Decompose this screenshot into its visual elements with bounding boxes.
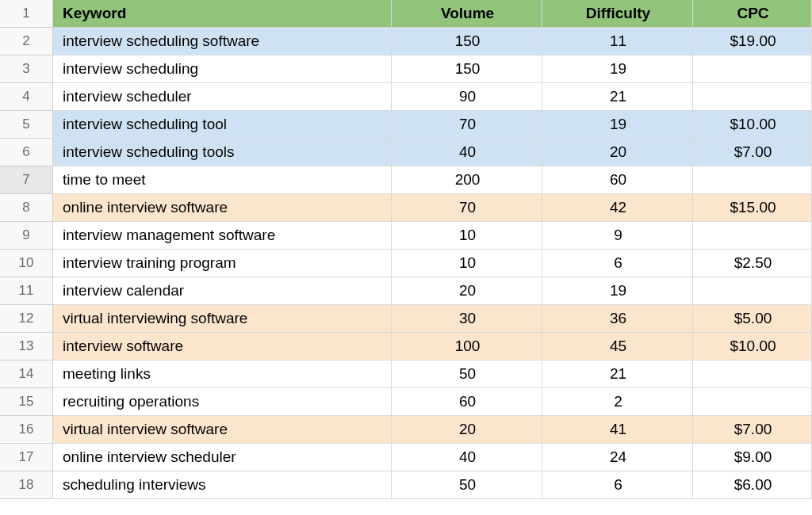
cell-volume[interactable]: 70 xyxy=(392,111,542,139)
cell-difficulty[interactable]: 9 xyxy=(542,222,693,250)
row-number[interactable]: 9 xyxy=(0,222,53,250)
cell-keyword[interactable]: time to meet xyxy=(53,166,392,194)
row-number[interactable]: 2 xyxy=(0,28,53,55)
row-number[interactable]: 15 xyxy=(0,388,53,416)
cell-volume[interactable]: 20 xyxy=(392,416,542,444)
cell-difficulty[interactable]: 36 xyxy=(542,305,693,333)
cell-difficulty[interactable]: 42 xyxy=(542,194,693,222)
column-header-difficulty[interactable]: Difficulty xyxy=(542,0,693,28)
cell-volume[interactable]: 200 xyxy=(392,166,542,194)
cell-keyword[interactable]: interview scheduler xyxy=(53,83,392,111)
cell-cpc[interactable] xyxy=(693,360,812,388)
cell-keyword[interactable]: interview calendar xyxy=(53,277,392,305)
cell-difficulty[interactable]: 2 xyxy=(542,388,693,416)
cell-keyword[interactable]: interview management software xyxy=(53,222,392,250)
cell-cpc[interactable]: $15.00 xyxy=(693,194,812,222)
cell-volume[interactable]: 30 xyxy=(392,305,542,333)
column-header-volume[interactable]: Volume xyxy=(392,0,542,28)
cell-cpc[interactable]: $2.50 xyxy=(693,250,812,277)
cell-keyword[interactable]: online interview scheduler xyxy=(53,444,392,471)
row-number[interactable]: 14 xyxy=(0,360,53,388)
cell-difficulty[interactable]: 20 xyxy=(542,139,693,166)
cell-cpc[interactable] xyxy=(693,388,812,416)
row-number[interactable]: 3 xyxy=(0,55,53,83)
cell-difficulty[interactable]: 45 xyxy=(542,333,693,360)
cell-volume[interactable]: 150 xyxy=(392,55,542,83)
cell-cpc[interactable] xyxy=(693,222,812,250)
cell-keyword[interactable]: meeting links xyxy=(53,360,392,388)
cell-keyword[interactable]: interview scheduling software xyxy=(53,28,392,55)
cell-difficulty[interactable]: 21 xyxy=(542,83,693,111)
row-number[interactable]: 4 xyxy=(0,83,53,111)
cell-difficulty[interactable]: 6 xyxy=(542,250,693,277)
cell-difficulty[interactable]: 21 xyxy=(542,360,693,388)
cell-volume[interactable]: 150 xyxy=(392,28,542,55)
cell-difficulty[interactable]: 19 xyxy=(542,277,693,305)
cell-keyword[interactable]: interview software xyxy=(53,333,392,360)
row-number[interactable]: 10 xyxy=(0,250,53,277)
row-number[interactable]: 17 xyxy=(0,444,53,471)
cell-cpc[interactable]: $5.00 xyxy=(693,305,812,333)
column-header-keyword[interactable]: Keyword xyxy=(53,0,392,28)
cell-difficulty[interactable]: 60 xyxy=(542,166,693,194)
cell-keyword[interactable]: virtual interview software xyxy=(53,416,392,444)
cell-cpc[interactable]: $10.00 xyxy=(693,333,812,360)
cell-volume[interactable]: 50 xyxy=(392,471,542,499)
cell-difficulty[interactable]: 11 xyxy=(542,28,693,55)
row-number[interactable]: 13 xyxy=(0,333,53,360)
cell-cpc[interactable]: $6.00 xyxy=(693,471,812,499)
cell-difficulty[interactable]: 6 xyxy=(542,471,693,499)
spreadsheet[interactable]: 1 Keyword Volume Difficulty CPC 2intervi… xyxy=(0,0,812,499)
cell-difficulty[interactable]: 19 xyxy=(542,111,693,139)
row-number[interactable]: 1 xyxy=(0,0,53,28)
cell-volume[interactable]: 10 xyxy=(392,250,542,277)
cell-difficulty[interactable]: 41 xyxy=(542,416,693,444)
cell-cpc[interactable] xyxy=(693,166,812,194)
row-number[interactable]: 16 xyxy=(0,416,53,444)
cell-keyword[interactable]: interview scheduling tools xyxy=(53,139,392,166)
cell-cpc[interactable]: $10.00 xyxy=(693,111,812,139)
cell-keyword[interactable]: recruiting operations xyxy=(53,388,392,416)
column-header-cpc[interactable]: CPC xyxy=(693,0,812,28)
row-number[interactable]: 5 xyxy=(0,111,53,139)
cell-keyword[interactable]: online interview software xyxy=(53,194,392,222)
cell-cpc[interactable]: $19.00 xyxy=(693,28,812,55)
cell-cpc[interactable]: $9.00 xyxy=(693,444,812,471)
cell-volume[interactable]: 40 xyxy=(392,139,542,166)
cell-volume[interactable]: 60 xyxy=(392,388,542,416)
cell-cpc[interactable] xyxy=(693,277,812,305)
cell-keyword[interactable]: interview scheduling xyxy=(53,55,392,83)
cell-keyword[interactable]: virtual interviewing software xyxy=(53,305,392,333)
cell-difficulty[interactable]: 24 xyxy=(542,444,693,471)
cell-cpc[interactable] xyxy=(693,55,812,83)
cell-volume[interactable]: 10 xyxy=(392,222,542,250)
cell-volume[interactable]: 90 xyxy=(392,83,542,111)
cell-keyword[interactable]: interview scheduling tool xyxy=(53,111,392,139)
cell-difficulty[interactable]: 19 xyxy=(542,55,693,83)
cell-volume[interactable]: 70 xyxy=(392,194,542,222)
row-number[interactable]: 12 xyxy=(0,305,53,333)
cell-volume[interactable]: 100 xyxy=(392,333,542,360)
cell-volume[interactable]: 50 xyxy=(392,360,542,388)
cell-keyword[interactable]: interview training program xyxy=(53,250,392,277)
row-number[interactable]: 6 xyxy=(0,139,53,166)
cell-volume[interactable]: 20 xyxy=(392,277,542,305)
cell-keyword[interactable]: scheduling interviews xyxy=(53,471,392,499)
row-number[interactable]: 18 xyxy=(0,471,53,499)
row-number[interactable]: 11 xyxy=(0,277,53,305)
cell-cpc[interactable] xyxy=(693,83,812,111)
row-number[interactable]: 7 xyxy=(0,166,53,194)
row-number[interactable]: 8 xyxy=(0,194,53,222)
cell-volume[interactable]: 40 xyxy=(392,444,542,471)
cell-cpc[interactable]: $7.00 xyxy=(693,416,812,444)
cell-cpc[interactable]: $7.00 xyxy=(693,139,812,166)
